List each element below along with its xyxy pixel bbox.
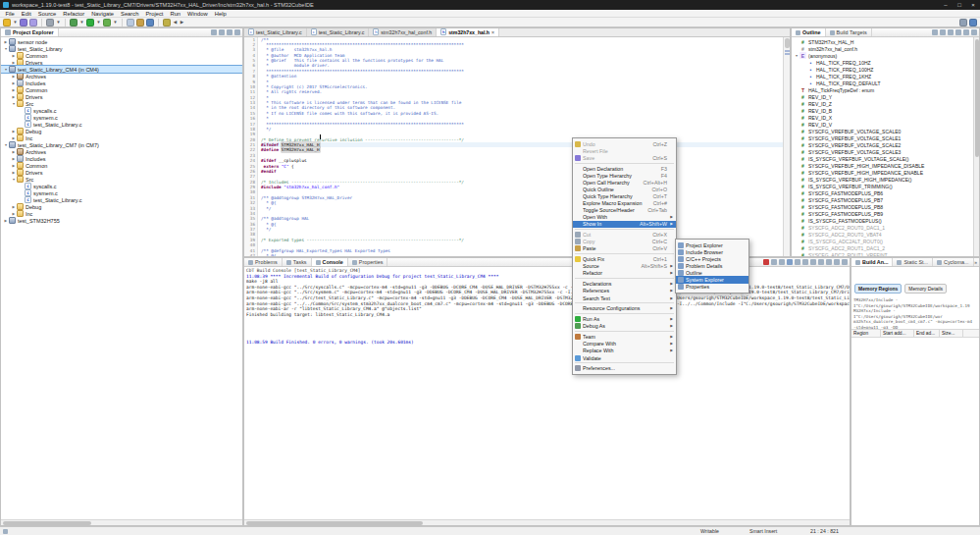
editor-tab-test-static-library-c-0[interactable]: ctest_Static_Library.c — [244, 28, 307, 36]
minimize-button[interactable]: – — [939, 0, 953, 10]
outline-item-syscfg-adc2-rout0-vbat4[interactable]: #SYSCFG_ADC2_ROUT0_VBAT4 — [792, 231, 973, 238]
build-icon[interactable] — [46, 19, 54, 27]
tree-item-syscalls-c[interactable]: csyscalls.c — [1, 107, 242, 114]
context-menu-item-validate[interactable]: Validate — [573, 354, 676, 361]
tree-item-drivers[interactable]: ▶Drivers — [1, 93, 242, 100]
tree-item-test-static-library[interactable]: ▼test_Static_Library — [1, 45, 242, 52]
debug-dropdown-icon[interactable]: ▼ — [79, 19, 84, 27]
context-menu-item-show-in[interactable]: Show InAlt+Shift+W▶ — [573, 221, 676, 228]
context-menu-item-references[interactable]: References▶ — [573, 288, 676, 294]
outline-item-hal-tickfreqtypedef-enum[interactable]: THAL_TickFreqTypeDef : enum — [792, 86, 973, 93]
outline-vscrollbar-thumb[interactable] — [975, 39, 979, 157]
context-menu-item-search-text[interactable]: Search Text▶ — [573, 294, 676, 301]
open-perspective-icon[interactable] — [959, 19, 967, 27]
tab-static-st[interactable]: Static St... — [893, 258, 933, 266]
context-menu-item-save[interactable]: SaveCtrl+S — [573, 154, 676, 161]
hide-fields-icon[interactable] — [948, 29, 954, 35]
context-menu-item-quick-outline[interactable]: Quick OutlineCtrl+O — [573, 186, 676, 192]
pin-console-icon[interactable] — [810, 259, 816, 265]
tree-item-debug[interactable]: ▶Debug — [1, 203, 242, 210]
remove-launch-icon[interactable] — [771, 259, 777, 265]
display-selected-console-icon[interactable] — [818, 259, 824, 265]
show-in-item-properties[interactable]: Properties — [676, 284, 748, 291]
outline-item-is-syscfg-vrefbuf-voltage-scale[interactable]: #IS_SYSCFG_VREFBUF_VOLTAGE_SCALE() — [792, 155, 973, 162]
outline-item-syscfg-fastmodeplus-pb8[interactable]: #SYSCFG_FASTMODEPLUS_PB8 — [792, 203, 973, 210]
show-in-item-project-explorer[interactable]: Project Explorer — [676, 241, 748, 248]
outline-item-is-syscfg-fastmodeplus[interactable]: #IS_SYSCFG_FASTMODEPLUS() — [792, 217, 973, 224]
context-menu-item-copy[interactable]: CopyCtrl+C — [573, 239, 676, 245]
console-output[interactable]: CDT Build Console [test_Static_Library_C… — [244, 267, 850, 519]
tree-item-drivers[interactable]: ▶Drivers — [1, 59, 242, 66]
outline-item-syscfg-vrefbuf-voltage-scale3[interactable]: #SYSCFG_VREFBUF_VOLTAGE_SCALE3 — [792, 148, 973, 155]
outline-item-syscfg-vrefbuf-voltage-scale1[interactable]: #SYSCFG_VREFBUF_VOLTAGE_SCALE1 — [792, 134, 973, 141]
outline-item-rev-id-b[interactable]: #REV_ID_B — [792, 107, 973, 114]
minimize-view-icon[interactable] — [834, 259, 840, 265]
context-menu-item-revert-file[interactable]: Revert File — [573, 147, 676, 154]
external-tools-icon[interactable] — [103, 19, 111, 27]
context-menu-item-debug-as[interactable]: Debug As▶ — [573, 323, 676, 330]
link-with-editor-icon[interactable] — [219, 29, 225, 35]
column-header-region[interactable]: Region — [851, 330, 881, 337]
editor-tab-test-static-library-c-1[interactable]: ctest_Static_Library.c — [307, 28, 370, 36]
menu-navigate[interactable]: Navigate — [88, 11, 118, 17]
tree-item-syscalls-c[interactable]: csyscalls.c — [1, 183, 242, 189]
tree-item-archives[interactable]: ▶Archives — [1, 148, 242, 155]
close-tab-icon[interactable]: × — [491, 29, 494, 35]
tree-item-common[interactable]: ▶Common — [1, 52, 242, 59]
scroll-lock-icon[interactable] — [795, 259, 800, 265]
context-menu-item-open-type-hierarchy[interactable]: Open Type HierarchyF4 — [573, 172, 676, 179]
show-in-item-problem-details[interactable]: Problem Details — [676, 262, 748, 269]
hide-static-members-icon[interactable] — [955, 29, 961, 35]
context-menu-item-cut[interactable]: CutCtrl+X — [573, 232, 676, 239]
tab-build-an[interactable]: Build An... — [851, 258, 893, 266]
tree-item-sysmem-c[interactable]: csysmem.c — [1, 114, 242, 121]
context-menu-item-open-call-hierarchy[interactable]: Open Call HierarchyCtrl+Alt+H — [573, 179, 676, 186]
editor-scrollbar[interactable] — [783, 37, 790, 257]
hide-inactive-code-icon[interactable] — [963, 29, 969, 35]
menu-help[interactable]: Help — [211, 11, 230, 17]
outline-item-syscfg-fastmodeplus-pb9[interactable]: #SYSCFG_FASTMODEPLUS_PB9 — [792, 210, 973, 217]
editor-tab-stm32h7xx-hal-h-3[interactable]: hstm32h7xx_hal.h× — [437, 28, 499, 36]
close-button[interactable]: × — [966, 0, 980, 10]
column-header-end-ad[interactable]: End ad... — [914, 330, 940, 337]
tree-item-includes[interactable]: ▶Includes — [1, 155, 242, 162]
outline-item-rev-id-y[interactable]: #REV_ID_Y — [792, 93, 973, 100]
tree-item-sensor-node[interactable]: ▶sensor node — [1, 38, 242, 45]
show-in-item-outline[interactable]: Outline — [676, 269, 748, 276]
status-left-icon[interactable] — [3, 529, 8, 534]
menu-window[interactable]: Window — [184, 11, 212, 17]
back-icon[interactable]: ◀ — [173, 19, 178, 27]
tree-item-src[interactable]: ▼Src — [1, 100, 242, 107]
outline-item-is-syscfg-vrefbuf-high-impedance[interactable]: #IS_SYSCFG_VREFBUF_HIGH_IMPEDANCE() — [792, 176, 973, 183]
run-dropdown-icon[interactable]: ▼ — [96, 19, 101, 27]
context-menu-item-source[interactable]: SourceAlt+Shift+S▶ — [573, 263, 676, 270]
context-menu-item-resource-configurations[interactable]: Resource Configurations▶ — [573, 305, 676, 312]
tab-project-explorer[interactable]: Project Explorer — [1, 28, 59, 36]
context-menu-item-declarations[interactable]: Declarations▶ — [573, 281, 676, 288]
tree-item-includes[interactable]: ▶Includes — [1, 80, 242, 86]
project-hscrollbar[interactable] — [1, 519, 242, 525]
tree-item-test-static-library-cm7-in-cm7[interactable]: ▼test_Static_Library_CM7 (in CM7) — [1, 141, 242, 148]
tree-item-common[interactable]: ▶Common — [1, 162, 242, 169]
terminate-icon[interactable] — [763, 259, 769, 265]
show-in-item-c-c-projects[interactable]: C/C++ Projects — [676, 255, 748, 262]
editor-tab-stm32h7xx-hal-conf-h-2[interactable]: hstm32h7xx_hal_conf.h — [369, 28, 437, 36]
console-hscrollbar-thumb[interactable] — [246, 521, 423, 525]
collapse-all-icon[interactable] — [932, 29, 938, 35]
new-c-file-icon[interactable] — [127, 19, 134, 27]
tab-tasks[interactable]: Tasks — [283, 258, 312, 266]
tree-item-archives[interactable]: ▶Archives — [1, 73, 242, 80]
context-menu-item-open-with[interactable]: Open With▶ — [573, 214, 676, 221]
context-menu-item-open-declaration[interactable]: Open DeclarationF3 — [573, 165, 676, 172]
tree-item-test-static-library-cm4-in-cm4[interactable]: ▼test_Static_Library_CM4 (in CM4) — [1, 66, 242, 73]
editor-scrollbar-thumb[interactable] — [785, 38, 790, 48]
save-all-icon[interactable] — [29, 19, 37, 27]
context-menu-item-paste[interactable]: PasteCtrl+V — [573, 245, 676, 252]
tab-properties[interactable]: Properties — [348, 258, 388, 266]
tab-problems[interactable]: Problems — [244, 258, 283, 266]
collapse-all-icon[interactable] — [211, 29, 217, 35]
context-menu-item-team[interactable]: Team▶ — [573, 334, 676, 341]
maximize-button[interactable]: □ — [953, 0, 966, 10]
outline-item-syscfg-vrefbuf-high-impedance-disable[interactable]: #SYSCFG_VREFBUF_HIGH_IMPEDANCE_DISABLE — [792, 162, 973, 169]
outline-item-syscfg-vrefbuf-voltage-scale2[interactable]: #SYSCFG_VREFBUF_VOLTAGE_SCALE2 — [792, 141, 973, 148]
